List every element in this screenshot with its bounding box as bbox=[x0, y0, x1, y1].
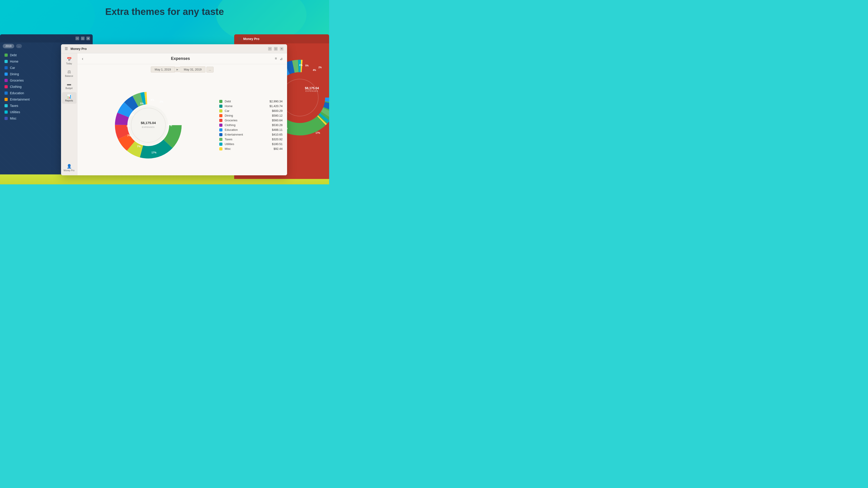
legend-item: Clothing $530.28 bbox=[219, 123, 283, 127]
reports-icon: 📊 bbox=[67, 94, 72, 99]
legend-value: $488.11 bbox=[272, 128, 283, 131]
svg-text:5%: 5% bbox=[305, 64, 309, 67]
legend-dot bbox=[219, 142, 222, 146]
svg-text:7%: 7% bbox=[137, 145, 141, 148]
legend-name: Education bbox=[225, 128, 270, 131]
expenses-area: ‹ Expenses ≡ ⊿ May 1, 2019 ▶ May 31, 201… bbox=[77, 53, 287, 175]
legend-dot bbox=[219, 128, 222, 131]
right-total-amount: $8,175.04 bbox=[305, 86, 319, 90]
expenses-header: ‹ Expenses ≡ ⊿ bbox=[77, 53, 287, 64]
legend-dot bbox=[219, 109, 222, 112]
svg-text:4%: 4% bbox=[313, 69, 316, 71]
balance-icon: ⚖ bbox=[67, 69, 71, 74]
date-more[interactable]: ... bbox=[206, 67, 214, 72]
svg-text:2%: 2% bbox=[160, 100, 163, 103]
right-center-text: $8,175.04 EXPENSES bbox=[305, 86, 319, 92]
legend-value: $530.28 bbox=[272, 123, 283, 127]
legend-item: Debt $2,990.34 bbox=[219, 100, 283, 103]
expenses-title: Expenses bbox=[86, 56, 275, 61]
legend-item: Groceries $560.64 bbox=[219, 119, 283, 122]
hamburger-icon[interactable]: ☰ bbox=[238, 37, 241, 41]
svg-text:6%: 6% bbox=[127, 125, 130, 127]
main-window-controls: ─ □ ✕ bbox=[268, 47, 283, 51]
date-start[interactable]: May 1, 2019 bbox=[151, 66, 175, 72]
nav-reports[interactable]: 📊 Reports bbox=[62, 92, 76, 104]
legend-item: Home $1,420.74 bbox=[219, 104, 283, 108]
legend-dot bbox=[219, 124, 222, 127]
svg-text:$8,175.04: $8,175.04 bbox=[141, 121, 156, 125]
legend-value: $560.64 bbox=[272, 119, 283, 122]
legend-name: Groceries bbox=[225, 119, 270, 122]
svg-text:2%: 2% bbox=[318, 66, 322, 69]
legend-name: Home bbox=[225, 104, 267, 108]
back-button[interactable]: ‹ bbox=[82, 56, 84, 61]
main-hamburger-icon[interactable]: ☰ bbox=[65, 46, 68, 51]
legend-name: Car bbox=[225, 109, 270, 112]
nav-moneypro[interactable]: 👤 Money Pro bbox=[62, 162, 76, 173]
svg-text:17%: 17% bbox=[151, 151, 156, 154]
legend-name: Debt bbox=[225, 100, 267, 103]
legend-dot bbox=[219, 100, 222, 103]
legend-dot bbox=[219, 105, 222, 108]
calendar-icon: 📅 bbox=[67, 57, 72, 62]
right-titlebar: ☰ Money Pro bbox=[234, 34, 329, 43]
svg-text:EXPENSES: EXPENSES bbox=[142, 126, 155, 128]
svg-text:37%: 37% bbox=[167, 124, 172, 127]
right-total-label: EXPENSES bbox=[305, 90, 319, 92]
legend-dot bbox=[219, 114, 222, 117]
date-end[interactable]: May 31, 2019 bbox=[180, 66, 206, 72]
svg-text:6%: 6% bbox=[130, 113, 134, 116]
main-app-title: Money Pro bbox=[70, 47, 87, 51]
legend-dot bbox=[219, 119, 222, 122]
legend: Debt $2,990.34 Home $1,420.74 Car $600.2… bbox=[215, 77, 283, 173]
legend-dot bbox=[219, 147, 222, 151]
date-range: May 1, 2019 ▶ May 31, 2019 ... bbox=[77, 64, 287, 75]
legend-name: Dining bbox=[225, 114, 270, 117]
sort-icon[interactable]: ≡ bbox=[275, 57, 277, 61]
svg-text:17%: 17% bbox=[315, 132, 320, 134]
nav-today[interactable]: 📅 Today bbox=[62, 55, 76, 67]
main-maximize-button[interactable]: □ bbox=[274, 47, 278, 51]
nav-sidebar: 📅 Today ⚖ Balance ▬ Budget 📊 Reports 👤 M… bbox=[61, 53, 77, 175]
header-actions: ≡ ⊿ bbox=[275, 57, 283, 61]
svg-text:7%: 7% bbox=[127, 134, 131, 137]
nav-budget[interactable]: ▬ Budget bbox=[62, 80, 76, 91]
legend-item: Misc $92.44 bbox=[219, 147, 283, 151]
main-content: 📅 Today ⚖ Balance ▬ Budget 📊 Reports 👤 M… bbox=[61, 53, 287, 175]
window-main: ☰ Money Pro ─ □ ✕ 📅 Today ⚖ Balance ▬ Bu… bbox=[61, 44, 287, 175]
legend-name: Entertainment bbox=[225, 133, 270, 136]
legend-value: $410.65 bbox=[272, 133, 283, 136]
legend-value: $180.51 bbox=[272, 142, 283, 146]
legend-item: Utilities $180.51 bbox=[219, 142, 283, 146]
legend-value: $600.29 bbox=[272, 109, 283, 112]
legend-name: Taxes bbox=[225, 138, 270, 141]
donut-chart-container: $8,175.04 EXPENSES 37% 17% 7% 7% 6% bbox=[82, 77, 215, 173]
svg-text:6%: 6% bbox=[299, 64, 303, 66]
user-icon: 👤 bbox=[67, 164, 72, 169]
legend-item: Education $488.11 bbox=[219, 128, 283, 131]
legend-dot bbox=[219, 138, 222, 141]
legend-value: $320.92 bbox=[272, 138, 283, 141]
svg-point-31 bbox=[128, 105, 168, 145]
legend-dot bbox=[219, 133, 222, 136]
legend-item: Dining $580.12 bbox=[219, 114, 283, 117]
nav-balance[interactable]: ⚖ Balance bbox=[62, 68, 76, 79]
chart-legend-area: $8,175.04 EXPENSES 37% 17% 7% 7% 6% bbox=[77, 75, 287, 175]
legend-item: Entertainment $410.65 bbox=[219, 133, 283, 136]
legend-item: Car $600.29 bbox=[219, 109, 283, 112]
legend-item: Taxes $320.92 bbox=[219, 138, 283, 141]
svg-text:4%: 4% bbox=[151, 98, 154, 101]
legend-value: $92.44 bbox=[274, 147, 283, 151]
budget-icon: ▬ bbox=[67, 82, 71, 87]
page-title: Extra themes for any taste bbox=[105, 6, 224, 17]
main-close-button[interactable]: ✕ bbox=[280, 47, 283, 51]
legend-value: $1,420.74 bbox=[270, 104, 283, 108]
legend-value: $580.12 bbox=[272, 114, 283, 117]
filter-icon[interactable]: ⊿ bbox=[280, 57, 283, 61]
legend-name: Clothing bbox=[225, 123, 270, 127]
date-arrow: ▶ bbox=[175, 67, 180, 72]
svg-text:5%: 5% bbox=[140, 102, 144, 105]
main-minimize-button[interactable]: ─ bbox=[268, 47, 272, 51]
legend-value: $2,990.34 bbox=[270, 100, 283, 103]
right-app-title: Money Pro bbox=[243, 37, 259, 41]
